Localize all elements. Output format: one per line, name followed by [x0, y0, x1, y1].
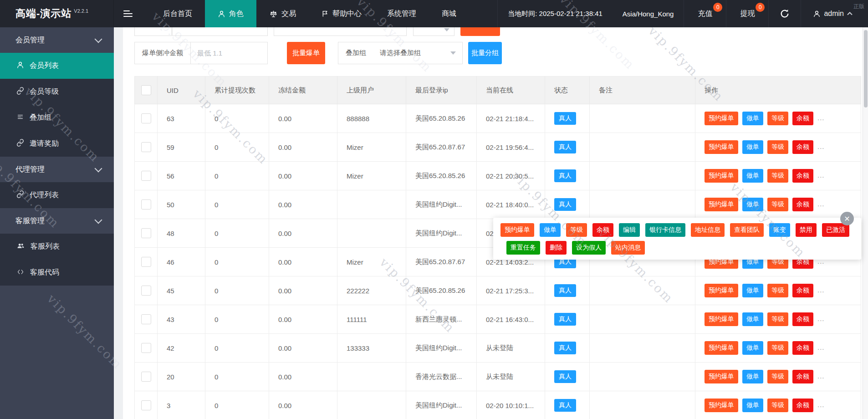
- more-actions-button[interactable]: ...: [817, 401, 825, 409]
- more-actions-button[interactable]: ...: [817, 114, 825, 122]
- action-button-预约爆单[interactable]: 预约爆单: [705, 198, 738, 211]
- more-actions-button[interactable]: ...: [817, 171, 825, 179]
- nav-item-商城[interactable]: 商城: [429, 0, 469, 27]
- nav-item-帮助中心[interactable]: 帮助中心: [309, 0, 374, 27]
- row-checkbox[interactable]: [141, 286, 151, 296]
- action-button-等级[interactable]: 等级: [767, 112, 788, 125]
- filter-input-cutoff-2[interactable]: [172, 27, 268, 36]
- nav-item-交易[interactable]: 交易: [256, 0, 309, 27]
- sidebar-item-代理列表[interactable]: 代理列表: [0, 182, 114, 208]
- user-menu[interactable]: admin: [801, 0, 868, 27]
- popup-action-button-编辑[interactable]: 编辑: [619, 223, 640, 237]
- filter-input-cutoff-3[interactable]: [274, 27, 407, 36]
- action-button-余额[interactable]: 余额: [792, 140, 813, 154]
- popup-action-button-余额[interactable]: 余额: [592, 223, 613, 237]
- action-button-预约爆单[interactable]: 预约爆单: [705, 284, 738, 297]
- action-button-等级[interactable]: 等级: [767, 140, 788, 154]
- nav-item-系统管理[interactable]: 系统管理: [374, 0, 429, 27]
- row-checkbox[interactable]: [141, 142, 151, 152]
- popup-action-button-禁用[interactable]: 禁用: [796, 223, 817, 237]
- action-button-做单[interactable]: 做单: [742, 198, 763, 211]
- row-checkbox[interactable]: [141, 228, 151, 238]
- action-button-等级[interactable]: 等级: [767, 312, 788, 326]
- sidebar-item-客服代码[interactable]: 客服代码: [0, 260, 114, 286]
- popup-close-button[interactable]: ✕: [840, 212, 854, 225]
- popup-action-button-删除[interactable]: 删除: [546, 241, 567, 255]
- action-button-等级[interactable]: 等级: [767, 198, 788, 211]
- popup-action-button-等级[interactable]: 等级: [566, 223, 587, 237]
- action-button-做单[interactable]: 做单: [742, 312, 763, 326]
- burst-amount-input[interactable]: [191, 42, 267, 64]
- action-button-等级[interactable]: 等级: [767, 284, 788, 297]
- action-button-预约爆单[interactable]: 预约爆单: [705, 341, 738, 355]
- action-button-余额[interactable]: 余额: [792, 341, 813, 355]
- action-button-做单[interactable]: 做单: [742, 140, 763, 154]
- popup-action-button-预约爆单[interactable]: 预约爆单: [500, 223, 534, 237]
- row-checkbox[interactable]: [141, 257, 151, 267]
- action-button-余额[interactable]: 余额: [792, 169, 813, 183]
- action-button-做单[interactable]: 做单: [742, 169, 763, 183]
- row-checkbox[interactable]: [141, 171, 151, 181]
- more-actions-button[interactable]: ...: [817, 372, 825, 380]
- action-button-做单[interactable]: 做单: [742, 284, 763, 297]
- stack-group-select[interactable]: 请选择叠加组: [373, 42, 462, 64]
- row-checkbox[interactable]: [141, 199, 151, 210]
- action-button-等级[interactable]: 等级: [767, 399, 788, 412]
- sidebar-item-会员列表[interactable]: 会员列表: [0, 53, 114, 79]
- action-button-等级[interactable]: 等级: [767, 341, 788, 355]
- nav-item-后台首页[interactable]: 后台首页: [150, 0, 205, 27]
- more-actions-button[interactable]: ...: [817, 343, 825, 351]
- sidebar-group-会员管理[interactable]: 会员管理: [0, 27, 114, 53]
- action-button-预约爆单[interactable]: 预约爆单: [705, 112, 738, 125]
- action-button-预约爆单[interactable]: 预约爆单: [705, 312, 738, 326]
- action-button-预约爆单[interactable]: 预约爆单: [705, 169, 738, 183]
- action-button-余额[interactable]: 余额: [792, 198, 813, 211]
- vertical-scrollbar[interactable]: [863, 27, 868, 419]
- scrollbar-thumb[interactable]: [864, 30, 868, 107]
- batch-burst-button[interactable]: 批量爆单: [287, 42, 325, 64]
- recharge-button[interactable]: 充值 0: [684, 0, 726, 27]
- action-button-余额[interactable]: 余额: [792, 370, 813, 383]
- action-button-预约爆单[interactable]: 预约爆单: [705, 399, 738, 412]
- popup-action-button-地址信息[interactable]: 地址信息: [691, 223, 725, 237]
- popup-action-button-重置任务[interactable]: 重置任务: [506, 241, 540, 255]
- action-button-余额[interactable]: 余额: [792, 112, 813, 125]
- search-button-cutoff[interactable]: [460, 27, 500, 36]
- more-actions-button[interactable]: ...: [817, 286, 825, 294]
- row-checkbox[interactable]: [141, 314, 151, 324]
- more-actions-button[interactable]: ...: [817, 315, 825, 322]
- sidebar-item-邀请奖励[interactable]: 邀请奖励: [0, 131, 114, 157]
- batch-group-button[interactable]: 批量分组: [468, 42, 502, 64]
- more-actions-button[interactable]: ...: [817, 200, 825, 208]
- withdraw-button[interactable]: 提现 0: [726, 0, 768, 27]
- filter-select-cutoff[interactable]: [413, 27, 454, 36]
- popup-action-button-设为假人[interactable]: 设为假人: [572, 241, 606, 255]
- action-button-余额[interactable]: 余额: [792, 284, 813, 297]
- filter-input-cutoff-1[interactable]: [134, 27, 172, 36]
- action-button-预约爆单[interactable]: 预约爆单: [705, 140, 738, 154]
- action-button-预约爆单[interactable]: 预约爆单: [705, 370, 738, 383]
- row-checkbox[interactable]: [141, 343, 151, 353]
- refresh-button[interactable]: [768, 0, 801, 27]
- popup-action-button-账变[interactable]: 账变: [769, 223, 790, 237]
- sidebar-item-叠加组[interactable]: 叠加组: [0, 105, 114, 131]
- row-checkbox[interactable]: [141, 113, 151, 123]
- nav-item-角色[interactable]: 角色: [205, 0, 256, 27]
- popup-action-button-站内消息[interactable]: 站内消息: [611, 241, 645, 255]
- action-button-等级[interactable]: 等级: [767, 370, 788, 383]
- row-checkbox[interactable]: [141, 372, 151, 382]
- row-checkbox[interactable]: [141, 400, 151, 410]
- action-button-余额[interactable]: 余额: [792, 399, 813, 412]
- sidebar-collapse-button[interactable]: [114, 0, 142, 27]
- action-button-做单[interactable]: 做单: [742, 341, 763, 355]
- popup-action-button-做单[interactable]: 做单: [540, 223, 561, 237]
- action-button-等级[interactable]: 等级: [767, 169, 788, 183]
- more-actions-button[interactable]: ...: [817, 143, 825, 150]
- sidebar-group-客服管理[interactable]: 客服管理: [0, 208, 114, 234]
- sidebar-group-代理管理[interactable]: 代理管理: [0, 157, 114, 182]
- action-button-做单[interactable]: 做单: [742, 370, 763, 383]
- action-button-余额[interactable]: 余额: [792, 312, 813, 326]
- action-button-做单[interactable]: 做单: [742, 399, 763, 412]
- popup-action-button-银行卡信息[interactable]: 银行卡信息: [645, 223, 685, 237]
- select-all-checkbox[interactable]: [141, 85, 151, 95]
